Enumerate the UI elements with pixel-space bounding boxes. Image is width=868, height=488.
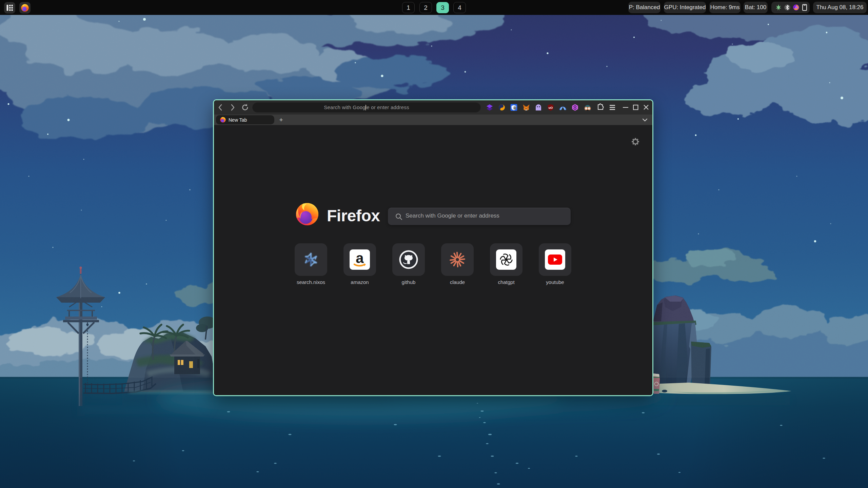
svg-text:a: a (356, 250, 364, 266)
svg-text:uO: uO (549, 106, 553, 109)
